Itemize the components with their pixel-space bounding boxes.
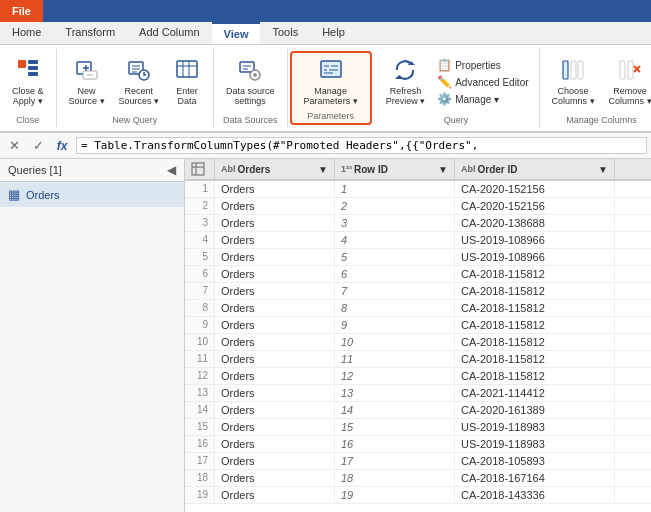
svg-rect-19 [578,61,583,79]
cell-orderid: CA-2018-115812 [455,317,615,333]
choose-columns-icon [561,58,585,85]
data-source-settings-icon [238,58,262,85]
cell-rowid: 2 [335,198,455,214]
table-row: 6 Orders 6 CA-2018-115812 [185,266,651,283]
tab-tools[interactable]: Tools [260,22,310,44]
col-orders-arrow[interactable]: ▼ [318,164,328,175]
sidebar-item-orders[interactable]: ▦ Orders [0,182,184,207]
cell-num: 3 [185,215,215,231]
col-orderid-type: Abl [461,164,476,174]
advanced-editor-button[interactable]: ✏️ Advanced Editor [433,74,532,90]
table-row: 2 Orders 2 CA-2020-152156 [185,198,651,215]
table-row: 1 Orders 1 CA-2020-152156 [185,181,651,198]
properties-button[interactable]: 📋 Properties [433,57,532,73]
new-source-button[interactable]: NewSource ▾ [63,55,111,109]
cell-orders: Orders [215,487,335,503]
cell-orderid: CA-2018-115812 [455,266,615,282]
table-row: 5 Orders 5 US-2019-108966 [185,249,651,266]
parameters-group-label: Parameters [307,111,354,121]
cell-num: 6 [185,266,215,282]
cell-orders: Orders [215,334,335,350]
col-header-orders[interactable]: Abl Orders ▼ [215,159,335,179]
refresh-preview-icon [393,58,417,85]
tab-transform[interactable]: Transform [53,22,127,44]
cell-orderid: CA-2018-115812 [455,368,615,384]
tab-view[interactable]: View [212,22,261,44]
cell-num: 19 [185,487,215,503]
cell-rowid: 3 [335,215,455,231]
choose-columns-button[interactable]: ChooseColumns ▾ [546,55,601,109]
table-row: 15 Orders 15 US-2019-118983 [185,419,651,436]
manage-parameters-button[interactable]: ManageParameters ▾ [298,55,364,109]
cell-num: 2 [185,198,215,214]
properties-label: Properties [455,60,501,71]
svg-rect-8 [177,61,197,77]
col-rowid-label: Row ID [354,164,388,175]
cell-orders: Orders [215,385,335,401]
cell-orderid: CA-2021-114412 [455,385,615,401]
ribbon-group-manage-columns: ChooseColumns ▾ RemoveColumns ▾ Manage C… [540,49,651,127]
manage-button[interactable]: ⚙️ Manage ▾ [433,91,532,107]
svg-rect-14 [321,61,341,77]
cell-orderid: CA-2018-167164 [455,470,615,486]
cell-orders: Orders [215,419,335,435]
table-row: 19 Orders 19 CA-2018-143336 [185,487,651,504]
svg-rect-1 [28,60,38,64]
advanced-editor-label: Advanced Editor [455,77,528,88]
data-sources-group-label: Data Sources [223,115,278,125]
cell-orders: Orders [215,470,335,486]
cell-orderid: CA-2018-105893 [455,453,615,469]
cell-orders: Orders [215,436,335,452]
advanced-editor-icon: ✏️ [437,75,452,89]
remove-columns-icon [618,58,642,85]
query-items: RefreshPreview ▾ 📋 Properties ✏️ Advance… [380,51,533,113]
col-header-rowid[interactable]: 1²³ Row ID ▼ [335,159,455,179]
recent-sources-label: RecentSources ▾ [119,86,160,106]
tab-home[interactable]: Home [0,22,53,44]
table-icon: ▦ [8,187,20,202]
table-row: 18 Orders 18 CA-2018-167164 [185,470,651,487]
ribbon-group-new-query: NewSource ▾ RecentSources ▾ [57,49,215,127]
formula-accept-button[interactable]: ✓ [28,136,48,156]
close-apply-button[interactable]: Close &Apply ▾ [6,55,50,109]
cell-rowid: 16 [335,436,455,452]
sidebar-collapse-button[interactable]: ◀ [167,163,176,177]
file-tab[interactable]: File [0,0,43,22]
cell-orderid: CA-2018-115812 [455,300,615,316]
tab-help[interactable]: Help [310,22,357,44]
refresh-preview-button[interactable]: RefreshPreview ▾ [380,55,432,109]
formula-input[interactable] [76,137,647,154]
query-small-buttons: 📋 Properties ✏️ Advanced Editor ⚙️ Manag… [433,57,532,107]
table-row: 4 Orders 4 US-2019-108966 [185,232,651,249]
main-area: Queries [1] ◀ ▦ Orders Abl Orders ▼ [0,159,651,512]
tab-add-column[interactable]: Add Column [127,22,212,44]
cell-rowid: 18 [335,470,455,486]
ribbon-group-close: Close &Apply ▾ Close [0,49,57,127]
data-grid[interactable]: Abl Orders ▼ 1²³ Row ID ▼ Abl Order ID ▼… [185,159,651,512]
cell-num: 15 [185,419,215,435]
cell-rowid: 11 [335,351,455,367]
data-source-settings-button[interactable]: Data sourcesettings [220,55,281,109]
cell-orders: Orders [215,300,335,316]
cell-orders: Orders [215,283,335,299]
cell-rowid: 5 [335,249,455,265]
formula-fx-button[interactable]: fx [52,136,72,156]
svg-rect-0 [18,60,26,68]
col-rowid-type: 1²³ [341,164,352,174]
manage-columns-items: ChooseColumns ▾ RemoveColumns ▾ [546,51,651,113]
cell-orders: Orders [215,198,335,214]
data-source-settings-label: Data sourcesettings [226,86,275,106]
enter-data-button[interactable]: EnterData [167,55,207,109]
cell-num: 1 [185,181,215,197]
cell-rowid: 8 [335,300,455,316]
ribbon-group-data-sources: Data sourcesettings Data Sources [214,49,288,127]
col-rowid-arrow[interactable]: ▼ [438,164,448,175]
formula-cancel-button[interactable]: ✕ [4,136,24,156]
col-header-orderid[interactable]: Abl Order ID ▼ [455,159,615,179]
recent-sources-button[interactable]: RecentSources ▾ [113,55,166,109]
remove-columns-button[interactable]: RemoveColumns ▾ [603,55,651,109]
cell-orders: Orders [215,317,335,333]
parameters-items: ManageParameters ▾ [298,55,364,109]
col-orderid-arrow[interactable]: ▼ [598,164,608,175]
cell-orderid: CA-2018-115812 [455,334,615,350]
